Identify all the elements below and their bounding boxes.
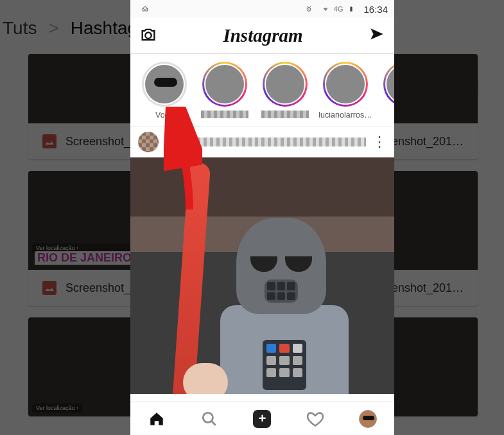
card-filename: Screenshot_ — [65, 135, 130, 148]
clock-label: 16:34 — [363, 4, 388, 15]
post-author-name-blurred[interactable] — [165, 138, 366, 146]
direct-message-icon[interactable] — [369, 26, 385, 46]
nav-profile-avatar[interactable] — [358, 409, 378, 429]
svg-point-4 — [204, 413, 213, 422]
network-label: 4G — [334, 6, 343, 13]
post-image[interactable] — [130, 157, 394, 394]
hand-illustration — [183, 363, 228, 394]
mask-illustration — [236, 218, 326, 314]
breadcrumb-prev[interactable]: Tuts — [3, 18, 37, 39]
svg-rect-2 — [351, 6, 352, 7]
chest-panel-illustration — [263, 340, 306, 390]
svg-rect-1 — [351, 7, 352, 12]
city-label: RIO DE JANEIRO — [35, 251, 134, 265]
nav-add-post-icon[interactable]: + — [252, 409, 272, 429]
nav-search-icon[interactable] — [200, 409, 219, 429]
nav-activity-icon[interactable] — [306, 409, 325, 429]
image-icon — [42, 134, 56, 148]
story-item[interactable] — [200, 62, 250, 120]
breadcrumb-separator: > — [48, 18, 58, 39]
battery-icon — [345, 3, 357, 15]
wifi-icon — [320, 3, 331, 15]
story-label: Você — [155, 111, 173, 120]
story-label: lucianolarros… — [318, 111, 372, 120]
location-chip: Ver localização › — [32, 404, 82, 413]
instagram-logo: Instagram — [223, 25, 302, 46]
lightsaber-illustration — [172, 162, 211, 394]
camera-icon[interactable] — [139, 26, 157, 46]
card-filename: Screenshot_ — [65, 281, 130, 295]
instagram-top-bar: Instagram — [130, 18, 394, 54]
post-author-avatar[interactable] — [138, 132, 159, 152]
story-your-story[interactable]: Você — [139, 62, 189, 120]
svg-point-3 — [145, 32, 151, 38]
instagram-bottom-nav: + — [130, 402, 394, 435]
phone-frame: 4G 16:34 Instagram Você lucianolarros… — [130, 0, 394, 435]
alarm-icon — [303, 3, 315, 15]
nav-home-icon[interactable] — [147, 409, 166, 429]
story-item[interactable]: pe — [381, 62, 394, 120]
android-status-bar: 4G 16:34 — [130, 0, 394, 18]
image-icon — [42, 281, 56, 295]
story-label-blurred — [261, 111, 309, 118]
stories-tray[interactable]: Você lucianolarros… pe — [130, 54, 394, 127]
story-item[interactable]: lucianolarros… — [320, 62, 370, 120]
post-header: ⋮ — [130, 127, 394, 157]
story-label-blurred — [201, 111, 248, 118]
mail-open-icon — [139, 3, 151, 15]
story-item[interactable] — [260, 62, 310, 120]
